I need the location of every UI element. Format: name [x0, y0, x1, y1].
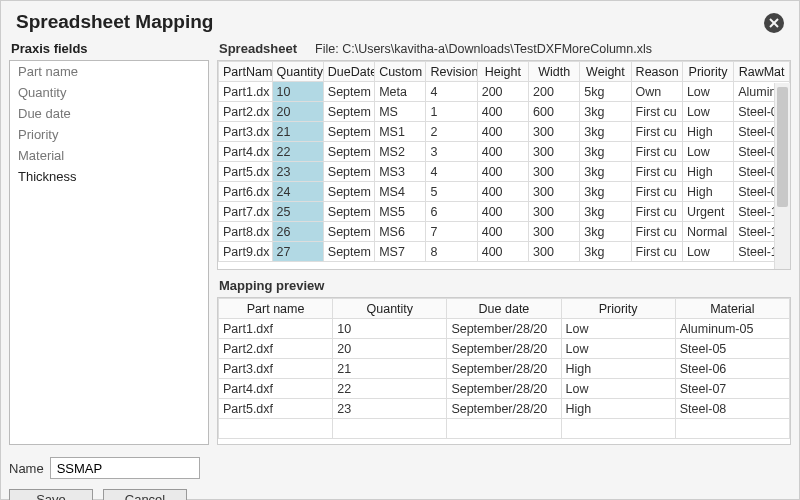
- table-cell[interactable]: 7: [426, 222, 477, 242]
- table-cell[interactable]: 300: [529, 122, 580, 142]
- table-row[interactable]: Part5.dx23SeptemMS344003003kgFirst cuHig…: [219, 162, 790, 182]
- table-cell[interactable]: Own: [631, 82, 682, 102]
- table-cell[interactable]: 24: [272, 182, 323, 202]
- table-cell[interactable]: Septem: [323, 182, 374, 202]
- praxis-field-item[interactable]: Thickness: [10, 166, 208, 187]
- table-cell[interactable]: Part2.dxf: [219, 339, 333, 359]
- table-cell[interactable]: Part8.dx: [219, 222, 273, 242]
- table-cell[interactable]: Low: [561, 319, 675, 339]
- table-row[interactable]: Part3.dx21SeptemMS124003003kgFirst cuHig…: [219, 122, 790, 142]
- table-cell[interactable]: 3kg: [580, 242, 631, 262]
- table-cell[interactable]: 20: [333, 339, 447, 359]
- table-cell[interactable]: MS7: [375, 242, 426, 262]
- table-cell[interactable]: [447, 419, 561, 439]
- table-cell[interactable]: 27: [272, 242, 323, 262]
- table-cell[interactable]: 5: [426, 182, 477, 202]
- table-row[interactable]: Part1.dxf10September/28/20LowAluminum-05: [219, 319, 790, 339]
- table-cell[interactable]: Part7.dx: [219, 202, 273, 222]
- table-cell[interactable]: MS6: [375, 222, 426, 242]
- spreadsheet-col-header[interactable]: Custom: [375, 62, 426, 82]
- table-cell[interactable]: 8: [426, 242, 477, 262]
- praxis-field-item[interactable]: Due date: [10, 103, 208, 124]
- table-cell[interactable]: Septem: [323, 142, 374, 162]
- spreadsheet-col-header[interactable]: PartNam: [219, 62, 273, 82]
- table-cell[interactable]: 400: [477, 182, 528, 202]
- table-cell[interactable]: MS1: [375, 122, 426, 142]
- table-cell[interactable]: 21: [333, 359, 447, 379]
- table-cell[interactable]: 400: [477, 222, 528, 242]
- table-row[interactable]: Part2.dx20SeptemMS14006003kgFirst cuLowS…: [219, 102, 790, 122]
- table-cell[interactable]: Septem: [323, 162, 374, 182]
- table-cell[interactable]: 5kg: [580, 82, 631, 102]
- spreadsheet-col-header[interactable]: Revision: [426, 62, 477, 82]
- table-cell[interactable]: Septem: [323, 102, 374, 122]
- praxis-field-item[interactable]: Material: [10, 145, 208, 166]
- table-row[interactable]: Part1.dx10SeptemMeta42002005kgOwnLowAlum…: [219, 82, 790, 102]
- table-row[interactable]: Part3.dxf21September/28/20HighSteel-06: [219, 359, 790, 379]
- table-cell[interactable]: High: [682, 162, 733, 182]
- table-cell[interactable]: Part5.dx: [219, 162, 273, 182]
- table-row[interactable]: Part9.dx27SeptemMS784003003kgFirst cuLow…: [219, 242, 790, 262]
- table-cell[interactable]: Aluminum-05: [675, 319, 789, 339]
- spreadsheet-col-header[interactable]: RawMat: [734, 62, 790, 82]
- table-cell[interactable]: Part3.dx: [219, 122, 273, 142]
- table-cell[interactable]: 6: [426, 202, 477, 222]
- table-cell[interactable]: High: [682, 122, 733, 142]
- preview-col-header[interactable]: Quantity: [333, 299, 447, 319]
- table-cell[interactable]: 300: [529, 142, 580, 162]
- table-cell[interactable]: 3kg: [580, 202, 631, 222]
- table-cell[interactable]: First cu: [631, 202, 682, 222]
- table-cell[interactable]: Low: [682, 242, 733, 262]
- table-cell[interactable]: First cu: [631, 142, 682, 162]
- table-cell[interactable]: 3kg: [580, 162, 631, 182]
- table-cell[interactable]: September/28/20: [447, 399, 561, 419]
- table-cell[interactable]: Low: [561, 379, 675, 399]
- table-cell[interactable]: 22: [333, 379, 447, 399]
- praxis-field-list[interactable]: Part nameQuantityDue datePriorityMateria…: [9, 60, 209, 445]
- table-cell[interactable]: Urgent: [682, 202, 733, 222]
- table-cell[interactable]: Steel-05: [675, 339, 789, 359]
- spreadsheet-col-header[interactable]: DueDate: [323, 62, 374, 82]
- praxis-field-item[interactable]: Part name: [10, 61, 208, 82]
- table-cell[interactable]: High: [682, 182, 733, 202]
- table-row[interactable]: Part7.dx25SeptemMS564003003kgFirst cuUrg…: [219, 202, 790, 222]
- table-cell[interactable]: First cu: [631, 122, 682, 142]
- table-cell[interactable]: Low: [561, 339, 675, 359]
- spreadsheet-col-header[interactable]: Weight: [580, 62, 631, 82]
- table-cell[interactable]: Septem: [323, 222, 374, 242]
- table-cell[interactable]: Part1.dx: [219, 82, 273, 102]
- table-cell[interactable]: 300: [529, 242, 580, 262]
- table-cell[interactable]: 23: [272, 162, 323, 182]
- table-cell[interactable]: 1: [426, 102, 477, 122]
- table-cell[interactable]: 3: [426, 142, 477, 162]
- table-cell[interactable]: Part4.dx: [219, 142, 273, 162]
- table-cell[interactable]: Steel-08: [675, 399, 789, 419]
- close-button[interactable]: [764, 13, 784, 33]
- table-cell[interactable]: 300: [529, 162, 580, 182]
- spreadsheet-col-header[interactable]: Quantity: [272, 62, 323, 82]
- table-cell[interactable]: 3kg: [580, 102, 631, 122]
- name-input[interactable]: [50, 457, 200, 479]
- preview-col-header[interactable]: Part name: [219, 299, 333, 319]
- spreadsheet-grid[interactable]: PartNamQuantityDueDateCustomRevisionHeig…: [217, 60, 791, 270]
- table-cell[interactable]: MS5: [375, 202, 426, 222]
- table-cell[interactable]: Septem: [323, 122, 374, 142]
- table-cell[interactable]: First cu: [631, 222, 682, 242]
- spreadsheet-col-header[interactable]: Reason: [631, 62, 682, 82]
- table-cell[interactable]: September/28/20: [447, 359, 561, 379]
- table-cell[interactable]: 400: [477, 142, 528, 162]
- table-cell[interactable]: MS: [375, 102, 426, 122]
- table-cell[interactable]: 400: [477, 202, 528, 222]
- table-cell[interactable]: Low: [682, 142, 733, 162]
- table-cell[interactable]: 300: [529, 182, 580, 202]
- table-row[interactable]: Part4.dxf22September/28/20LowSteel-07: [219, 379, 790, 399]
- table-cell[interactable]: Septem: [323, 242, 374, 262]
- table-cell[interactable]: 22: [272, 142, 323, 162]
- spreadsheet-col-header[interactable]: Width: [529, 62, 580, 82]
- spreadsheet-col-header[interactable]: Priority: [682, 62, 733, 82]
- table-row[interactable]: [219, 419, 790, 439]
- table-cell[interactable]: [561, 419, 675, 439]
- table-cell[interactable]: 400: [477, 122, 528, 142]
- table-cell[interactable]: [219, 419, 333, 439]
- table-cell[interactable]: Part9.dx: [219, 242, 273, 262]
